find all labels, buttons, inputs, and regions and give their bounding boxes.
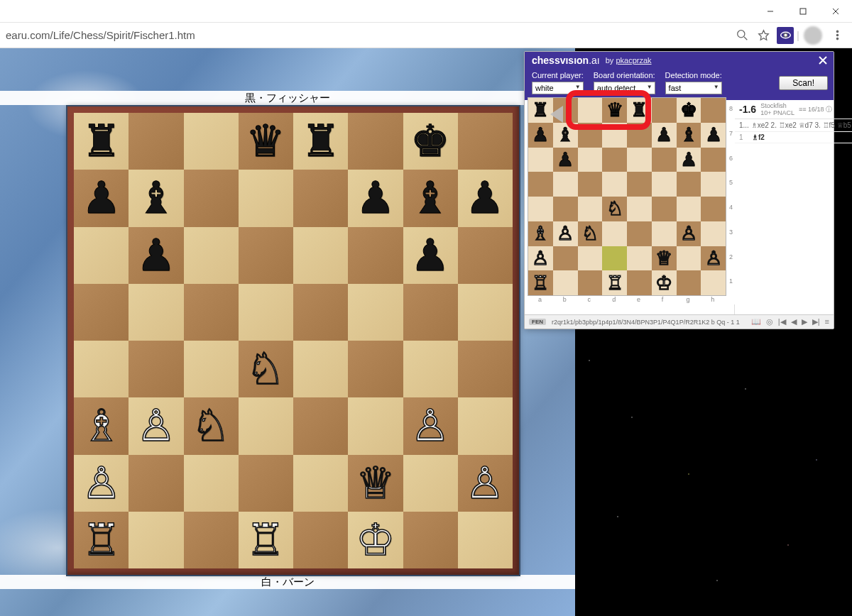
- square-g3[interactable]: ♙: [677, 221, 701, 246]
- square-h7[interactable]: ♟7: [701, 123, 726, 148]
- square-h4[interactable]: 4: [701, 197, 726, 221]
- piece-P: ♙: [465, 461, 505, 505]
- square-b5[interactable]: [553, 172, 578, 197]
- square-e2[interactable]: [627, 246, 652, 271]
- square-c5[interactable]: [578, 172, 603, 197]
- square-g8[interactable]: ♚: [677, 98, 701, 123]
- square-h6[interactable]: 6: [701, 148, 726, 172]
- square-e4[interactable]: [627, 197, 652, 221]
- piece-p: ♟: [465, 176, 505, 220]
- square-e6: [293, 227, 348, 284]
- scan-button[interactable]: Scan!: [779, 76, 828, 90]
- square-g1[interactable]: g: [677, 270, 701, 295]
- square-a6[interactable]: [528, 148, 553, 172]
- square-f7[interactable]: ♟: [652, 123, 677, 148]
- square-e6[interactable]: [627, 148, 652, 172]
- square-a5: [74, 284, 129, 341]
- current-player-select[interactable]: white: [532, 82, 584, 94]
- square-d2[interactable]: [602, 246, 627, 271]
- square-g5[interactable]: [677, 172, 701, 197]
- square-b6[interactable]: ♟: [553, 148, 578, 172]
- fen-value[interactable]: r2qr1k1/pb3pbp/1p4p1/8/3N4/BPN3P1/P4Q1P/…: [552, 319, 746, 326]
- square-a7[interactable]: ♟: [528, 123, 553, 148]
- square-h5[interactable]: 5: [701, 172, 726, 197]
- square-d7[interactable]: [602, 123, 627, 148]
- square-g4[interactable]: [677, 197, 701, 221]
- browser-toolbar: earu.com/Life/Chess/Spirit/Fischer1.htm …: [0, 23, 852, 48]
- analysis-chessboard[interactable]: ♜♛♜♚8♟♝♟♝♟7♟♟65♘4♗♙♘♙3♙♕♙2♖abc♖de♔fg1h: [528, 97, 726, 296]
- last-move-button[interactable]: ▶|: [812, 317, 820, 326]
- square-c3[interactable]: ♘: [578, 221, 603, 246]
- square-a4[interactable]: [528, 197, 553, 221]
- square-e5[interactable]: [627, 172, 652, 197]
- square-g7[interactable]: ♝: [677, 123, 701, 148]
- square-h8[interactable]: 8: [701, 98, 726, 123]
- browser-menu-icon[interactable]: [826, 25, 848, 46]
- address-bar[interactable]: earu.com/Life/Chess/Spirit/Fischer1.htm: [0, 26, 731, 44]
- square-e3[interactable]: [627, 221, 652, 246]
- book-icon[interactable]: 📖: [751, 317, 761, 326]
- square-d5[interactable]: [602, 172, 627, 197]
- zoom-icon[interactable]: [731, 25, 753, 46]
- square-b4[interactable]: [553, 197, 578, 221]
- square-c7[interactable]: [578, 123, 603, 148]
- square-h2[interactable]: ♙2: [701, 246, 726, 271]
- square-a2[interactable]: ♙: [528, 246, 553, 271]
- square-c1[interactable]: c: [578, 270, 603, 295]
- square-h1[interactable]: 1h: [701, 270, 726, 295]
- next-move-button[interactable]: ▶: [802, 317, 807, 326]
- square-b3[interactable]: ♙: [553, 221, 578, 246]
- rank-label: 6: [729, 155, 733, 162]
- profile-avatar[interactable]: [804, 26, 822, 45]
- square-c6[interactable]: [578, 148, 603, 172]
- square-d4[interactable]: ♘: [602, 197, 627, 221]
- square-d6: [239, 227, 293, 284]
- board-orientation-select[interactable]: auto detect: [594, 82, 655, 94]
- square-f1[interactable]: ♔f: [652, 270, 677, 295]
- main-chessboard: ♜♛♜♚♟♝♟♝♟♟♟♘♗♙♘♙♙♕♙♖♖♔: [74, 113, 513, 568]
- window-close-button[interactable]: [819, 0, 852, 23]
- square-a3[interactable]: ♗: [528, 221, 553, 246]
- square-f2[interactable]: ♕: [652, 246, 677, 271]
- square-c8[interactable]: [578, 98, 603, 123]
- piece-p: ♟: [356, 176, 395, 220]
- first-move-button[interactable]: |◀: [778, 317, 786, 326]
- square-b7[interactable]: ♝: [553, 123, 578, 148]
- window-maximize-button[interactable]: [787, 0, 819, 23]
- square-e1[interactable]: e: [627, 270, 652, 295]
- square-a8[interactable]: ♜: [528, 98, 553, 123]
- square-f3[interactable]: [652, 221, 677, 246]
- panel-close-button[interactable]: [816, 54, 829, 67]
- square-d3[interactable]: [602, 221, 627, 246]
- square-e8: ♜: [293, 113, 348, 170]
- bookmark-star-icon[interactable]: [753, 25, 774, 46]
- square-e8[interactable]: ♜: [627, 98, 652, 123]
- square-f8[interactable]: [652, 98, 677, 123]
- prev-move-button[interactable]: ◀: [791, 317, 797, 326]
- square-d6[interactable]: [602, 148, 627, 172]
- square-a3: ♗: [74, 397, 129, 454]
- square-b2[interactable]: [553, 246, 578, 271]
- square-g2[interactable]: [677, 246, 701, 271]
- square-d8[interactable]: ♛: [602, 98, 627, 123]
- square-f6[interactable]: [652, 148, 677, 172]
- square-b1[interactable]: b: [553, 270, 578, 295]
- detection-mode-select[interactable]: fast: [665, 82, 722, 94]
- square-f4[interactable]: [652, 197, 677, 221]
- square-h3[interactable]: 3: [701, 221, 726, 246]
- move-row[interactable]: 1♗f2-1.6: [735, 132, 852, 143]
- square-a5[interactable]: [528, 172, 553, 197]
- square-b4: [129, 341, 183, 397]
- menu-icon[interactable]: ≡: [825, 317, 829, 326]
- chessvision-extension-icon[interactable]: [777, 27, 794, 44]
- square-f5[interactable]: [652, 172, 677, 197]
- square-c4[interactable]: [578, 197, 603, 221]
- target-icon[interactable]: ◎: [766, 317, 773, 326]
- square-g6[interactable]: ♟: [677, 148, 701, 172]
- square-e7[interactable]: [627, 123, 652, 148]
- square-c2[interactable]: [578, 246, 603, 271]
- byline-author-link[interactable]: pkacprzak: [616, 56, 651, 65]
- square-d1[interactable]: ♖d: [602, 270, 627, 295]
- window-minimize-button[interactable]: [754, 0, 787, 23]
- square-a1[interactable]: ♖a: [528, 270, 553, 295]
